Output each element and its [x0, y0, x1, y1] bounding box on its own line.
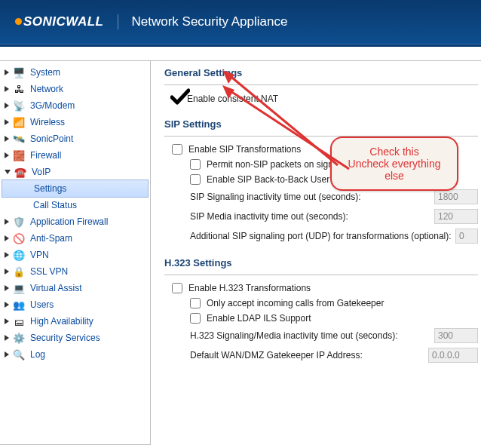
- nav-icon: 💻: [12, 282, 26, 294]
- sidebar-item-high-availability[interactable]: 🖴 High Availability: [0, 313, 150, 330]
- lbl-enable-h323: Enable H.323 Transformations: [188, 283, 311, 293]
- sidebar-item-security-services[interactable]: ⚙️ Security Services: [0, 330, 150, 346]
- chk-only-gk[interactable]: [190, 298, 201, 308]
- nav-icon: 📶: [12, 116, 26, 128]
- nav-label: VPN: [30, 250, 49, 260]
- expand-arrow-icon: [5, 268, 9, 275]
- sidebar-item-system[interactable]: 🖥️ System: [0, 64, 150, 81]
- nav-label: Application Firewall: [30, 216, 108, 227]
- chk-b2bua[interactable]: [190, 174, 201, 185]
- nav-label: VoIP: [32, 167, 51, 177]
- nav-label: Firewall: [30, 150, 61, 161]
- expand-arrow-icon: [5, 285, 9, 291]
- row-sip-media-timeout: SIP Media inactivity time out (seconds):: [190, 209, 478, 224]
- nav-icon: 🔒: [12, 265, 26, 278]
- row-gk-ip: Default WAN/DMZ Gatekeeper IP Address:: [190, 348, 478, 363]
- chk-ldap-ils[interactable]: [190, 313, 201, 324]
- expand-arrow-icon: [5, 335, 9, 341]
- lbl-sip-add-port: Additional SIP signaling port (UDP) for …: [190, 231, 452, 241]
- nav-icon: 🖥️: [12, 66, 26, 78]
- row-ldap-ils[interactable]: Enable LDAP ILS Support: [190, 313, 478, 324]
- expand-arrow-icon: [5, 152, 9, 158]
- nav-icon: 🛰️: [12, 133, 26, 145]
- row-sip-add-port: Additional SIP signaling port (UDP) for …: [190, 229, 478, 244]
- expand-arrow-icon: [5, 351, 9, 357]
- nav-icon: 🧱: [12, 149, 26, 161]
- row-h323-timeout: H.323 Signaling/Media inactivity time ou…: [190, 328, 478, 343]
- nav-label: High Availability: [30, 316, 93, 327]
- nav-label: 3G/Modem: [30, 100, 75, 111]
- row-only-gk[interactable]: Only accept incoming calls from Gatekeep…: [190, 298, 478, 308]
- sidebar-item-anti-spam[interactable]: 🚫 Anti-Spam: [0, 230, 150, 247]
- section-h323-title: H.323 Settings: [164, 254, 478, 275]
- sidebar-item-application-firewall[interactable]: 🛡️ Application Firewall: [0, 213, 150, 230]
- lbl-ldap-ils: Enable LDAP ILS Support: [207, 313, 311, 324]
- nav-icon: ☎️: [14, 166, 27, 178]
- nav-label: SSL VPN: [30, 266, 68, 277]
- lbl-h323-timeout: H.323 Signaling/Media inactivity time ou…: [190, 330, 397, 341]
- expand-arrow-icon: [5, 170, 11, 174]
- expand-arrow-icon: [5, 69, 9, 75]
- input-sip-sig-timeout[interactable]: [434, 189, 478, 204]
- sidebar-item-virtual-assist[interactable]: 💻 Virtual Assist: [0, 280, 150, 296]
- callout-arrow-icon: [221, 67, 379, 180]
- nav-icon: 🛡️: [12, 216, 26, 228]
- sidebar-item-voip[interactable]: ☎️ VoIP: [0, 164, 150, 180]
- svg-marker-0: [222, 70, 234, 84]
- expand-arrow-icon: [5, 119, 9, 125]
- nav-label: System: [30, 67, 60, 78]
- expand-arrow-icon: [5, 252, 9, 258]
- sidebar-item-vpn[interactable]: 🌐 VPN: [0, 247, 150, 263]
- nav-label: Anti-Spam: [30, 233, 72, 244]
- sidebar-item-wireless[interactable]: 📶 Wireless: [0, 114, 150, 130]
- app-header: SONICWALL Network Security Appliance: [0, 0, 481, 44]
- input-sip-media-timeout[interactable]: [434, 209, 478, 224]
- nav-icon: 🚫: [12, 232, 26, 244]
- input-sip-add-port[interactable]: [455, 229, 478, 244]
- sidebar-item-users[interactable]: 👥 Users: [0, 296, 150, 313]
- chk-enable-h323[interactable]: [172, 283, 182, 293]
- sidebar-item-ssl-vpn[interactable]: 🔒 SSL VPN: [0, 263, 150, 280]
- nav-icon: 🖧: [12, 83, 26, 95]
- nav-label: Network: [30, 84, 63, 94]
- chk-enable-sip[interactable]: [172, 144, 182, 155]
- content-area: General Settings Enable consistent NAT S…: [151, 60, 481, 445]
- sidebar-item-firewall[interactable]: 🧱 Firewall: [0, 147, 150, 164]
- sidebar-item-log[interactable]: 🔍 Log: [0, 346, 150, 363]
- sidebar-sub-call-status[interactable]: Call Status: [0, 197, 150, 213]
- expand-arrow-icon: [5, 302, 9, 308]
- nav-label: Wireless: [30, 117, 65, 127]
- sidebar-item-network[interactable]: 🖧 Network: [0, 81, 150, 97]
- row-sip-sig-timeout: SIP Signaling inactivity time out (secon…: [190, 189, 478, 204]
- lbl-only-gk: Only accept incoming calls from Gatekeep…: [207, 298, 384, 308]
- input-h323-timeout[interactable]: [434, 328, 478, 343]
- nav-icon: 👥: [12, 299, 26, 311]
- row-enable-h323[interactable]: Enable H.323 Transformations: [172, 283, 478, 293]
- nav-icon: 🌐: [12, 249, 26, 261]
- sidebar-item-3g-modem[interactable]: 📡 3G/Modem: [0, 97, 150, 114]
- brand-logo: SONICWALL: [15, 14, 118, 29]
- lbl-gk-ip: Default WAN/DMZ Gatekeeper IP Address:: [190, 350, 363, 361]
- expand-arrow-icon: [5, 235, 9, 241]
- nav-icon: 🖴: [12, 315, 26, 327]
- nav-icon: 📡: [12, 100, 26, 112]
- input-gk-ip[interactable]: [428, 348, 478, 363]
- expand-arrow-icon: [5, 136, 9, 142]
- nav-icon: ⚙️: [12, 332, 26, 344]
- nav-label: Virtual Assist: [30, 283, 81, 293]
- chk-permit-nonsip[interactable]: [190, 159, 201, 170]
- nav-label: Log: [30, 349, 45, 360]
- lbl-sip-media-timeout: SIP Media inactivity time out (seconds):: [190, 211, 348, 222]
- nav-label: Security Services: [30, 333, 100, 343]
- expand-arrow-icon: [5, 86, 9, 92]
- nav-label: Users: [30, 299, 54, 310]
- expand-arrow-icon: [5, 219, 9, 225]
- lbl-sip-sig-timeout: SIP Signaling inactivity time out (secon…: [190, 192, 361, 202]
- app-title: Network Security Appliance: [132, 14, 288, 29]
- sidebar-sub-settings[interactable]: Settings: [2, 180, 149, 198]
- nav-label: SonicPoint: [30, 133, 73, 144]
- checkmark-icon: [172, 93, 187, 105]
- expand-arrow-icon: [5, 103, 9, 109]
- sidebar-item-sonicpoint[interactable]: 🛰️ SonicPoint: [0, 130, 150, 147]
- svg-marker-1: [222, 85, 234, 99]
